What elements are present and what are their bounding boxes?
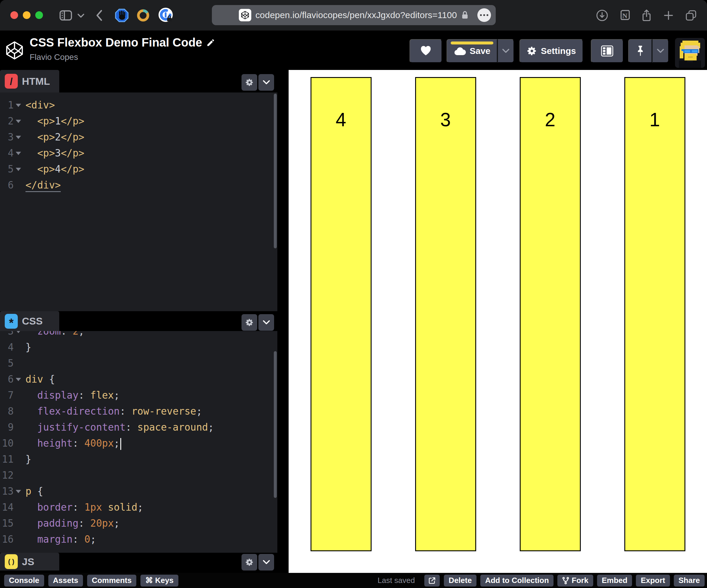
line-number: 3 (0, 331, 13, 339)
js-tab-label: JS (22, 556, 34, 567)
fold-gutter (13, 177, 23, 193)
save-button[interactable]: Save (446, 39, 498, 63)
save-button-label: Save (470, 46, 491, 56)
change-view-button[interactable] (591, 39, 624, 63)
css-code-editor[interactable]: 3 zoom: 2;4}56div {7 display: flex;8 fle… (0, 331, 277, 553)
js-settings-gear-icon[interactable] (241, 554, 257, 570)
fold-gutter (13, 355, 23, 371)
js-collapse-chevron-icon[interactable] (258, 554, 274, 570)
code-line[interactable]: 5 (0, 355, 277, 371)
tab-css[interactable]: * CSS (0, 311, 59, 331)
fold-arrow-icon[interactable] (13, 483, 23, 499)
css-editor-scrollbar[interactable] (274, 351, 277, 498)
close-window-button[interactable] (10, 11, 18, 19)
password-lock-extension-icon[interactable] (157, 0, 174, 31)
html-editor-scrollbar[interactable] (274, 94, 277, 248)
settings-button[interactable]: Settings (519, 39, 583, 63)
fold-arrow-icon[interactable] (13, 113, 23, 129)
css-settings-gear-icon[interactable] (241, 314, 257, 331)
code-line[interactable]: 15 padding: 20px; (0, 515, 277, 531)
html-code-editor[interactable]: 1<div>2 <p>1</p>3 <p>2</p>4 <p>3</p>5 <p… (0, 93, 277, 313)
fold-arrow-icon[interactable] (13, 145, 23, 161)
page-options-icon[interactable] (477, 8, 491, 22)
code-line[interactable]: 7 display: flex; (0, 387, 277, 403)
fold-gutter (13, 499, 23, 515)
code-line[interactable]: 10 height: 400px; (0, 435, 277, 451)
tab-html[interactable]: / HTML (0, 70, 59, 93)
footer-button-assets[interactable]: Assets (48, 575, 83, 587)
code-text (23, 467, 26, 483)
code-line[interactable]: 3 zoom: 2; (0, 331, 277, 339)
footer-button-keys[interactable]: ⌘ Keys (140, 575, 178, 587)
ssl-lock-icon (461, 10, 469, 20)
minimize-window-button[interactable] (23, 11, 31, 19)
share-icon[interactable] (639, 0, 654, 31)
open-in-new-window-button[interactable] (424, 575, 440, 587)
footer-bar: ConsoleAssetsComments⌘ Keys Last saved D… (0, 573, 707, 588)
code-line[interactable]: 13p { (0, 483, 277, 499)
fold-arrow-icon[interactable] (13, 97, 23, 113)
edit-title-icon[interactable] (206, 38, 215, 47)
code-text: padding: 20px; (23, 515, 120, 531)
pin-button[interactable] (628, 39, 652, 63)
tab-js[interactable]: ( ) JS (0, 553, 59, 570)
flex-item-number: 4 (311, 78, 371, 131)
fold-arrow-icon[interactable] (13, 371, 23, 387)
sidebar-icon[interactable] (58, 0, 73, 31)
footer-button-fork[interactable]: Fork (558, 575, 593, 587)
notion-extension-icon[interactable]: N (617, 0, 632, 31)
fold-arrow-icon[interactable] (13, 129, 23, 145)
css-collapse-chevron-icon[interactable] (258, 314, 274, 331)
code-line[interactable]: 6div { (0, 371, 277, 387)
line-number: 4 (0, 339, 13, 355)
pen-author[interactable]: Flavio Copes (30, 53, 78, 62)
footer-left-buttons: ConsoleAssetsComments⌘ Keys (4, 575, 178, 587)
footer-button-delete[interactable]: Delete (444, 575, 476, 587)
code-line[interactable]: 8 flex-direction: row-reverse; (0, 403, 277, 419)
footer-button-embed[interactable]: Embed (597, 575, 632, 587)
fold-arrow-icon[interactable] (13, 161, 23, 177)
footer-button-comments[interactable]: Comments (87, 575, 136, 587)
code-line[interactable]: 4 <p>3</p> (0, 145, 277, 161)
footer-button-label: Delete (449, 576, 472, 585)
save-options-chevron[interactable] (498, 39, 514, 63)
code-line[interactable]: 16 margin: 0; (0, 531, 277, 547)
footer-button-console[interactable]: Console (4, 575, 44, 587)
code-line[interactable]: 5 <p>4</p> (0, 161, 277, 177)
sidebar-chevron-icon[interactable] (76, 0, 86, 31)
footer-button-label: Console (9, 576, 39, 585)
line-number: 16 (0, 531, 13, 547)
code-line[interactable]: 4} (0, 339, 277, 355)
content-blocker-extension-icon[interactable] (114, 0, 130, 31)
address-bar[interactable]: codepen.io/flaviocopes/pen/xxJgxdo?edito… (212, 5, 496, 25)
fold-arrow-icon[interactable] (13, 331, 23, 339)
pin-options-chevron[interactable] (652, 39, 669, 63)
footer-button-add-to-collection[interactable]: Add to Collection (480, 575, 553, 587)
html-collapse-chevron-icon[interactable] (258, 74, 274, 91)
zoom-window-button[interactable] (35, 11, 43, 19)
code-line[interactable]: 9 justify-content: space-around; (0, 419, 277, 435)
back-icon[interactable] (93, 0, 105, 31)
love-button[interactable] (409, 39, 442, 63)
user-avatar[interactable] (675, 38, 705, 68)
code-line[interactable]: 14 border: 1px solid; (0, 499, 277, 515)
footer-button-export[interactable]: Export (636, 575, 670, 587)
code-line[interactable]: 2 <p>1</p> (0, 113, 277, 129)
code-line[interactable]: 1<div> (0, 97, 277, 113)
code-text (23, 355, 26, 371)
fold-gutter (13, 435, 23, 451)
code-line[interactable]: 6</div> (0, 177, 277, 193)
tab-overview-icon[interactable] (683, 0, 699, 31)
line-number: 8 (0, 403, 13, 419)
flex-item-box-2: 2 (520, 77, 581, 551)
html-icon: / (5, 74, 18, 89)
codepen-logo[interactable] (4, 40, 25, 61)
code-line[interactable]: 12 (0, 467, 277, 483)
downloads-icon[interactable] (595, 0, 610, 31)
code-line[interactable]: 11} (0, 451, 277, 467)
ring-extension-icon[interactable] (135, 0, 151, 31)
html-settings-gear-icon[interactable] (241, 74, 257, 91)
footer-button-share[interactable]: Share (674, 575, 705, 587)
code-line[interactable]: 3 <p>2</p> (0, 129, 277, 145)
new-tab-icon[interactable] (661, 0, 676, 31)
